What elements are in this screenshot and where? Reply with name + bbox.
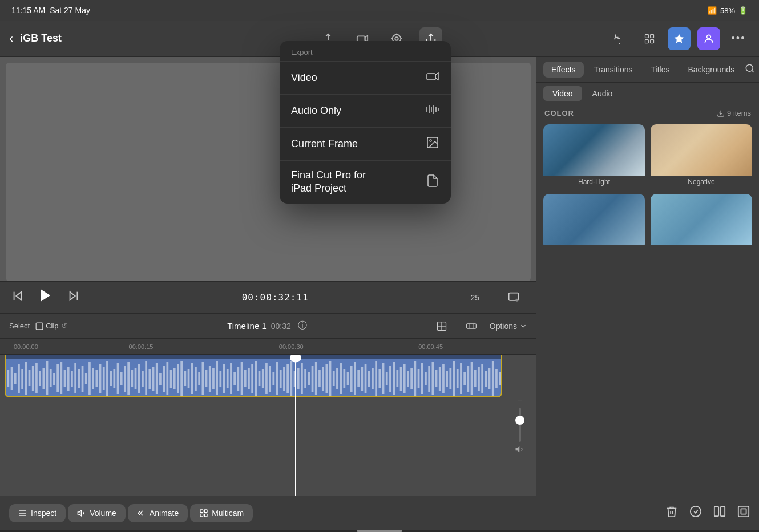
volume-thumb[interactable] <box>515 416 524 425</box>
svg-rect-189 <box>427 74 435 80</box>
svg-rect-98 <box>233 372 236 385</box>
export-project-item[interactable]: Final Cut Pro foriPad Project <box>280 160 451 204</box>
svg-rect-135 <box>365 364 367 393</box>
checkmark-button[interactable] <box>689 505 702 521</box>
svg-rect-56 <box>85 373 87 384</box>
back-button[interactable]: ‹ <box>9 31 13 46</box>
svg-rect-150 <box>418 369 420 388</box>
volume-slider[interactable]: − <box>515 396 525 454</box>
svg-rect-117 <box>301 363 303 394</box>
clip-block[interactable]: San Francisco Celebration <box>5 355 502 397</box>
timeline-icon2-button[interactable] <box>460 315 483 338</box>
svg-rect-142 <box>389 366 391 392</box>
svg-rect-100 <box>241 362 243 395</box>
svg-rect-116 <box>297 368 300 389</box>
svg-rect-144 <box>396 370 398 387</box>
delete-button[interactable] <box>665 505 678 521</box>
svg-rect-151 <box>421 363 423 394</box>
inspect-button[interactable]: Inspect <box>9 504 66 522</box>
skip-forward-button[interactable] <box>67 290 80 306</box>
svg-marker-190 <box>435 73 438 80</box>
status-bar-right: 📶 58% 🔋 <box>708 6 748 15</box>
svg-rect-173 <box>499 372 501 385</box>
svg-rect-47 <box>53 373 55 385</box>
inspect-label: Inspect <box>31 509 56 518</box>
svg-point-2 <box>395 37 398 40</box>
svg-rect-54 <box>78 369 80 388</box>
volume-track[interactable] <box>519 408 521 442</box>
arrange-button[interactable] <box>737 505 750 521</box>
export-frame-item[interactable]: Current Frame <box>280 127 451 160</box>
svg-rect-138 <box>375 361 377 396</box>
skip-back-button[interactable] <box>11 290 24 306</box>
svg-rect-155 <box>435 370 438 387</box>
svg-rect-91 <box>209 366 211 392</box>
svg-rect-75 <box>152 367 155 391</box>
svg-rect-140 <box>382 363 385 394</box>
effect-thumbnail-hard-light <box>543 124 645 176</box>
playhead[interactable] <box>295 355 296 496</box>
svg-rect-126 <box>333 371 335 386</box>
clip-sync-icon: ↺ <box>61 322 67 330</box>
svg-marker-13 <box>675 34 684 43</box>
select-label: Select <box>9 322 30 330</box>
timeline-info-button[interactable]: ⓘ <box>296 319 309 333</box>
options-button[interactable]: Options <box>490 322 527 331</box>
effect-card-hard-light[interactable]: Hard-Light <box>543 124 645 188</box>
volume-button[interactable]: Volume <box>68 504 126 522</box>
video-toggle-button[interactable]: Video <box>543 86 582 101</box>
svg-rect-170 <box>488 368 491 389</box>
svg-line-8 <box>616 37 620 39</box>
animate-button[interactable]: Animate <box>128 504 188 522</box>
svg-rect-69 <box>131 370 133 387</box>
split-button[interactable] <box>713 505 726 521</box>
export-audio-item[interactable]: Audio Only <box>280 94 451 127</box>
export-project-icon <box>426 174 439 190</box>
svg-rect-186 <box>721 506 725 516</box>
svg-rect-42 <box>35 363 38 393</box>
clip-badge: Clip ↺ <box>35 322 67 330</box>
svg-point-198 <box>430 140 431 141</box>
ruler-mark-30: 00:00:30 <box>279 343 304 350</box>
preview-transport <box>11 287 80 307</box>
svg-rect-188 <box>741 509 746 514</box>
svg-rect-156 <box>439 367 441 391</box>
svg-line-175 <box>752 70 754 72</box>
search-button[interactable] <box>745 63 755 76</box>
timeline-icon1-button[interactable] <box>430 315 453 338</box>
multicam-button[interactable]: Multicam <box>190 504 253 522</box>
tab-transitions[interactable]: Transitions <box>586 62 641 78</box>
svg-rect-64 <box>113 369 115 388</box>
svg-rect-148 <box>410 368 413 389</box>
tab-effects[interactable]: Effects <box>543 62 584 78</box>
effect-card-4[interactable] <box>651 194 752 250</box>
svg-rect-34 <box>7 370 9 387</box>
tab-titles[interactable]: Titles <box>643 62 678 78</box>
svg-rect-24 <box>36 323 43 330</box>
svg-rect-161 <box>457 369 459 388</box>
person-effects-button[interactable] <box>697 27 720 50</box>
timeline-content: − San Francisco C <box>0 355 536 496</box>
svg-rect-102 <box>248 368 250 389</box>
wifi-icon: 📶 <box>708 6 717 15</box>
tab-backgrounds[interactable]: Backgrounds <box>680 62 742 78</box>
effect-card-negative[interactable]: Negative <box>651 124 752 188</box>
svg-rect-122 <box>318 370 321 387</box>
history-button[interactable] <box>608 27 631 50</box>
star-effects-button[interactable] <box>668 27 691 50</box>
audio-toggle-button[interactable]: Audio <box>583 86 622 101</box>
more-options-button[interactable]: ••• <box>727 27 750 50</box>
fullscreen-button[interactable] <box>502 286 525 309</box>
svg-rect-159 <box>449 368 451 389</box>
export-video-item[interactable]: Video <box>280 61 451 94</box>
effect-card-3[interactable] <box>543 194 645 250</box>
timeline-track: San Francisco Celebration <box>5 355 502 397</box>
svg-rect-130 <box>347 372 349 385</box>
svg-rect-165 <box>471 362 473 395</box>
svg-rect-48 <box>56 364 59 392</box>
play-button[interactable] <box>38 287 54 307</box>
svg-rect-87 <box>195 367 197 391</box>
svg-rect-39 <box>25 362 27 395</box>
photo-library-button[interactable] <box>638 27 661 50</box>
svg-rect-113 <box>286 364 289 393</box>
